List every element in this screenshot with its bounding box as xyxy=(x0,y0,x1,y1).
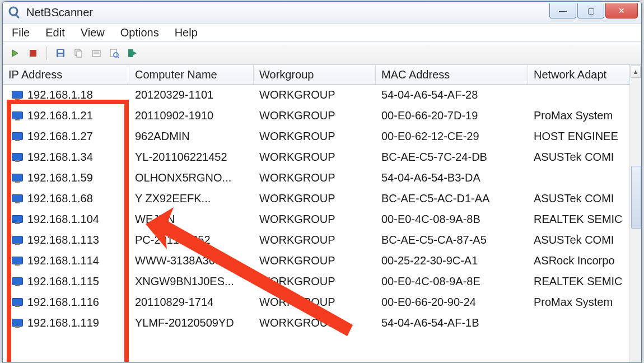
table-row[interactable]: 192.168.1.119YLMF-20120509YDWORKGROUP54-… xyxy=(3,313,641,333)
menu-view[interactable]: View xyxy=(81,26,105,39)
computer-icon xyxy=(12,298,23,307)
cell-workgroup: WORKGROUP xyxy=(254,296,376,309)
close-button[interactable]: ✕ xyxy=(605,3,638,18)
col-header-wg[interactable]: Workgroup xyxy=(254,65,376,84)
cell-ip: 192.168.1.27 xyxy=(27,130,93,143)
cell-ip: 192.168.1.18 xyxy=(27,89,93,101)
computer-icon xyxy=(12,194,23,203)
cell-workgroup: WORKGROUP xyxy=(254,130,376,143)
table-row[interactable]: 192.168.1.68Y ZX92EEFK...WORKGROUPBC-AE-… xyxy=(3,188,641,209)
table-row[interactable]: 192.168.1.104WEJUNWORKGROUP00-E0-4C-08-9… xyxy=(3,209,641,230)
cell-ip: 192.168.1.34 xyxy=(27,151,93,164)
cell-workgroup: WORKGROUP xyxy=(254,275,376,288)
menu-help[interactable]: Help xyxy=(175,26,198,39)
cell-name: OLHONX5RGNO... xyxy=(129,171,254,184)
exit-button[interactable] xyxy=(125,46,139,60)
svg-rect-8 xyxy=(77,51,82,57)
scroll-up-icon[interactable]: ▲ xyxy=(631,66,641,78)
cell-name: PC-201107252 xyxy=(129,234,254,246)
cell-ip: 192.168.1.114 xyxy=(27,254,99,267)
titlebar[interactable]: NetBScanner — ▢ ✕ xyxy=(3,2,641,24)
grid-header: IP Address Computer Name Workgroup MAC A… xyxy=(3,65,641,85)
computer-icon xyxy=(12,257,23,266)
cell-mac: 54-04-A6-54-B3-DA xyxy=(376,171,528,184)
cell-workgroup: WORKGROUP xyxy=(254,317,376,329)
maximize-button[interactable]: ▢ xyxy=(577,3,604,18)
cell-name: Y ZX92EEFK... xyxy=(129,192,254,205)
svg-rect-5 xyxy=(58,50,63,53)
cell-workgroup: WORKGROUP xyxy=(254,254,376,267)
cell-workgroup: WORKGROUP xyxy=(254,234,376,246)
menubar: File Edit View Options Help xyxy=(3,24,641,42)
computer-icon xyxy=(12,277,23,286)
col-header-adapter[interactable]: Network Adapt xyxy=(528,65,641,84)
save-button[interactable] xyxy=(54,46,67,60)
computer-icon xyxy=(12,174,23,183)
svg-marker-2 xyxy=(12,50,18,57)
cell-mac: 00-E0-4C-08-9A-8E xyxy=(376,275,528,288)
app-window: NetBScanner — ▢ ✕ File Edit View Options… xyxy=(2,1,642,363)
cell-mac: BC-AE-C5-AC-D1-AA xyxy=(376,192,528,205)
cell-adapter: REALTEK SEMIC xyxy=(528,275,641,288)
scroll-thumb[interactable] xyxy=(631,166,641,229)
toolbar xyxy=(3,42,641,65)
cell-workgroup: WORKGROUP xyxy=(254,89,376,101)
table-row[interactable]: 192.168.1.59OLHONX5RGNO...WORKGROUP54-04… xyxy=(3,167,641,188)
cell-mac: BC-AE-C5-7C-24-DB xyxy=(376,151,528,164)
cell-name: 20110902-1910 xyxy=(129,109,254,122)
cell-name: 962ADMIN xyxy=(129,130,254,143)
cell-adapter: ProMax System xyxy=(528,109,641,122)
cell-adapter: ASUSTek COMI xyxy=(528,151,641,164)
minimize-button[interactable]: — xyxy=(549,3,576,18)
table-row[interactable]: 192.168.1.115XNGW9BN1J0ES...WORKGROUP00-… xyxy=(3,271,641,292)
cell-mac: 54-04-A6-54-AF-1B xyxy=(376,317,528,329)
cell-name: YLMF-20120509YD xyxy=(129,317,254,329)
find-button[interactable] xyxy=(108,46,121,60)
grid-body: 192.168.1.1820120329-1101WORKGROUP54-04-… xyxy=(3,85,641,333)
computer-icon xyxy=(12,153,23,162)
computer-icon xyxy=(12,319,23,328)
cell-adapter: ASRock Incorpo xyxy=(528,254,641,267)
copy-button[interactable] xyxy=(72,46,85,60)
cell-mac: 00-E0-66-20-90-24 xyxy=(376,296,528,309)
computer-icon xyxy=(12,132,23,141)
cell-adapter: HOST ENGINEE xyxy=(528,130,641,143)
menu-options[interactable]: Options xyxy=(120,26,159,39)
table-row[interactable]: 192.168.1.114WWW-3138A309...WORKGROUP00-… xyxy=(3,250,641,271)
table-row[interactable]: 192.168.1.113PC-201107252WORKGROUPBC-AE-… xyxy=(3,230,641,250)
cell-mac: 00-E0-66-20-7D-19 xyxy=(376,109,528,122)
computer-icon xyxy=(12,111,23,120)
col-header-mac[interactable]: MAC Address xyxy=(376,65,528,84)
play-button[interactable] xyxy=(8,46,22,60)
cell-ip: 192.168.1.116 xyxy=(27,296,99,309)
window-title: NetBScanner xyxy=(26,6,93,19)
cell-adapter: REALTEK SEMIC xyxy=(528,213,641,226)
cell-ip: 192.168.1.59 xyxy=(27,171,93,184)
menu-edit[interactable]: Edit xyxy=(45,26,64,39)
toolbar-separator xyxy=(46,46,47,60)
cell-workgroup: WORKGROUP xyxy=(254,171,376,184)
stop-button[interactable] xyxy=(26,46,40,60)
svg-rect-6 xyxy=(58,54,63,57)
svg-line-14 xyxy=(118,57,119,58)
cell-adapter: ProMax System xyxy=(528,296,641,309)
table-row[interactable]: 192.168.1.1820120329-1101WORKGROUP54-04-… xyxy=(3,85,641,105)
cell-mac: 00-E0-4C-08-9A-8B xyxy=(376,213,528,226)
app-icon xyxy=(7,5,22,20)
table-row[interactable]: 192.168.1.34YL-201106221452WORKGROUPBC-A… xyxy=(3,147,641,167)
vertical-scrollbar[interactable]: ▲ xyxy=(629,65,641,363)
svg-point-0 xyxy=(10,7,17,15)
cell-ip: 192.168.1.68 xyxy=(27,192,93,205)
cell-ip: 192.168.1.104 xyxy=(27,213,99,226)
table-row[interactable]: 192.168.1.11620110829-1714WORKGROUP00-E0… xyxy=(3,292,641,313)
table-row[interactable]: 192.168.1.2120110902-1910WORKGROUP00-E0-… xyxy=(3,105,641,126)
cell-workgroup: WORKGROUP xyxy=(254,151,376,164)
properties-button[interactable] xyxy=(90,46,103,60)
computer-icon xyxy=(12,215,23,224)
cell-adapter: ASUSTek COMI xyxy=(528,234,641,246)
col-header-name[interactable]: Computer Name xyxy=(129,65,254,84)
table-row[interactable]: 192.168.1.27962ADMINWORKGROUP00-E0-62-12… xyxy=(3,126,641,147)
cell-name: 20120329-1101 xyxy=(129,89,254,101)
menu-file[interactable]: File xyxy=(12,26,30,39)
col-header-ip[interactable]: IP Address xyxy=(3,65,129,84)
